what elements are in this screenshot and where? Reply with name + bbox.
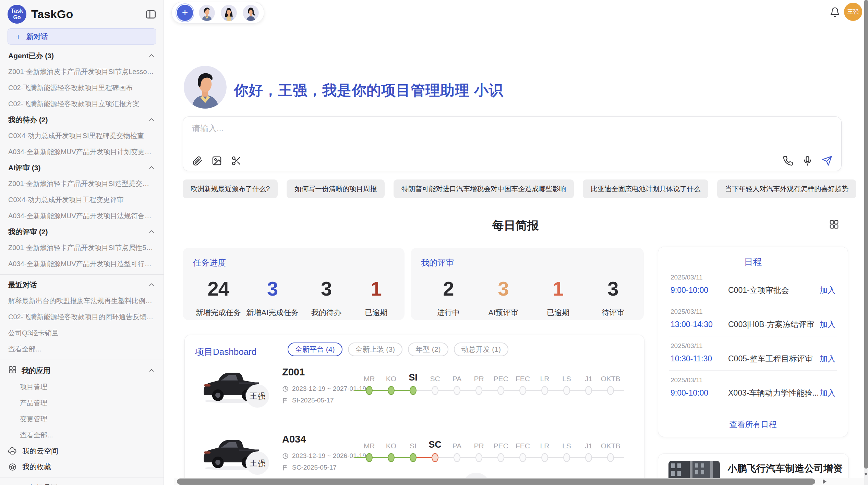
horizontal-scrollbar[interactable]	[174, 478, 868, 485]
suggestion-chip[interactable]: 当下年轻人对汽车外观有怎样的喜好趋势	[717, 179, 856, 198]
image-icon[interactable]	[212, 156, 222, 166]
chevron-up-icon[interactable]	[148, 367, 155, 374]
project-dates-text: 2023-12-19 ~ 2027-01-19	[292, 385, 366, 393]
briefing-card: 任务进度24新增完成任务3新增AI完成任务3我的待办1已逾期	[183, 248, 405, 320]
divider	[0, 360, 164, 360]
chevron-up-icon[interactable]	[148, 281, 155, 289]
session-avatar-1[interactable]	[199, 5, 215, 21]
scroll-right-arrow-icon[interactable]	[823, 479, 827, 484]
project-row[interactable]: 王强Z0012023-12-19 ~ 2027-01-19SI-2025-05-…	[185, 363, 644, 430]
schedule-time: 10:30-11:30	[671, 354, 728, 363]
milestone-dot-pending	[541, 386, 548, 395]
app-menu-item[interactable]: 变更管理	[0, 411, 164, 427]
milestone-dot-done	[366, 386, 373, 395]
stat-value: 3	[481, 277, 526, 300]
app-title: TaskGo	[31, 8, 145, 21]
sidebar-collapse-icon[interactable]	[145, 9, 157, 20]
schedule-event-title: C003|H0B-方案冻结评审	[728, 319, 820, 330]
milestone-label: PEC	[490, 442, 512, 450]
recent-chat-item[interactable]: 公司Q3轻卡销量	[0, 325, 164, 341]
sidebar-task-item[interactable]: C0X4-动力总成开发项目工程变更评审	[0, 192, 164, 208]
sidebar-item-cloud[interactable]: 我的云空间	[0, 443, 164, 459]
app-menu-item[interactable]: 产品管理	[0, 395, 164, 411]
dashboard-tab[interactable]: 动总开发 (1)	[454, 343, 509, 356]
dashboard-tab[interactable]: 全新上装 (3)	[348, 343, 403, 356]
stat-label: AI预评审	[481, 308, 526, 318]
sidebar-recent-header[interactable]: 最近对话	[0, 277, 164, 293]
recent-chat-item[interactable]: 解释最新出台的欧盟报废车法规再生塑料比例被调至15%...	[0, 293, 164, 309]
join-meeting-link[interactable]: 加入	[820, 388, 835, 398]
dashboard-tab[interactable]: 全新平台 (4)	[288, 343, 342, 356]
milestone-dot-pending	[563, 453, 570, 462]
suggestion-chip[interactable]: 欧洲新规最近颁布了什么?	[183, 179, 278, 198]
join-meeting-link[interactable]: 加入	[820, 319, 835, 330]
recent-chat-item[interactable]: 查看全部...	[0, 341, 164, 357]
sidebar-apps-header[interactable]: 我的应用	[0, 362, 164, 379]
sidebar-task-item[interactable]: C02-飞腾新能源轻客改款项目立项汇报方案	[0, 96, 164, 112]
sidebar-recent-title: 最近对话	[8, 280, 37, 290]
attachment-icon[interactable]	[192, 156, 203, 166]
sidebar-section-header[interactable]: Agent已办 (3)	[0, 48, 164, 64]
stat-columns: 24新增完成任务3新增AI完成任务3我的待办1已逾期	[193, 277, 401, 318]
send-icon[interactable]	[822, 156, 832, 166]
sidebar-section-header[interactable]: 我的评审 (2)	[0, 224, 164, 240]
milestone-dot-pending	[563, 386, 570, 395]
sidebar-header: Task Go TaskGo	[0, 0, 164, 26]
suggestion-chip[interactable]: 比亚迪全固态电池计划具体说了什么	[583, 179, 708, 198]
sidebar-task-item[interactable]: A034-全新新能源MUV产品开发项目造型可行性评审	[0, 256, 164, 272]
milestone-label: SC	[424, 439, 446, 450]
vertical-scrollbar[interactable]	[864, 0, 868, 485]
join-meeting-link[interactable]: 加入	[820, 353, 835, 364]
scroll-down-arrow-icon[interactable]	[864, 473, 868, 476]
new-chat-button[interactable]: ＋ 新对话	[8, 28, 156, 45]
session-avatar-2[interactable]	[221, 5, 237, 21]
recent-chat-item[interactable]: C02-飞腾新能源轻客改款项目的闭环通告反馈情况	[0, 309, 164, 325]
vertical-scrollbar-thumb[interactable]	[864, 0, 868, 469]
dashboard-tab[interactable]: 年型 (2)	[408, 343, 448, 356]
user-avatar[interactable]: 王强	[844, 3, 862, 21]
session-avatar-3[interactable]	[243, 5, 259, 21]
chevron-up-icon[interactable]	[148, 52, 155, 60]
view-all-schedule-link[interactable]: 查看所有日程	[658, 419, 848, 430]
sidebar-tools: AI超级员工帮我写作创意制图	[0, 480, 164, 485]
sidebar-section-header[interactable]: AI评审 (3)	[0, 160, 164, 176]
new-session-button[interactable]: +	[177, 5, 193, 21]
chevron-up-icon[interactable]	[148, 116, 155, 124]
scissors-icon[interactable]	[231, 156, 242, 166]
project-date-range: 2023-12-19 ~ 2026-01-19	[282, 452, 366, 460]
phone-icon[interactable]	[783, 156, 793, 166]
stat-value: 1	[354, 277, 398, 300]
sidebar-task-item[interactable]: C02-飞腾新能源轻客改款项目里程碑画布	[0, 80, 164, 96]
chevron-up-icon[interactable]	[148, 228, 155, 236]
stat-label: 新增完成任务	[196, 308, 241, 318]
app-menu-item[interactable]: 查看全部...	[0, 427, 164, 443]
star-icon	[8, 463, 17, 471]
sidebar-task-item[interactable]: A034-全新新能源MUV产品开发项目法规符合性评审	[0, 208, 164, 224]
sidebar-item-star[interactable]: 我的收藏	[0, 459, 164, 475]
stat-value: 24	[196, 277, 241, 300]
sidebar-task-item[interactable]: Z001-全新燃油轻卡产品开发项目SI节点属性5D文件评审	[0, 240, 164, 256]
bell-icon[interactable]	[830, 7, 840, 17]
suggestion-chip[interactable]: 特朗普可能对进口汽车增税会对中国车企造成哪些影响	[394, 179, 574, 198]
message-input[interactable]	[191, 122, 741, 150]
suggestion-chip[interactable]: 如何写一份清晰的项目周报	[287, 179, 385, 198]
sidebar-task-item[interactable]: C0X4-动力总成开发项目SI里程碑提交物检查	[0, 128, 164, 144]
chevron-up-icon[interactable]	[148, 164, 155, 172]
microphone-icon[interactable]	[802, 156, 813, 166]
app-menu-item[interactable]: 项目管理	[0, 379, 164, 395]
sidebar-task-item[interactable]: Z001-全新燃油轻卡产品开发项目SI造型提交物评审	[0, 176, 164, 192]
stat-item: 3我的待办	[304, 277, 349, 318]
sidebar-task-item[interactable]: Z001-全新燃油皮卡产品开发项目SI节点Lesson Learn报告	[0, 64, 164, 80]
horizontal-scrollbar-thumb[interactable]	[177, 478, 815, 485]
schedule-entry: 2025/03/119:00-10:00X003-车辆动力学性能验...加入	[669, 371, 837, 405]
sidebar-task-item[interactable]: A034-全新新能源MUV产品开发项目计划变更表编写	[0, 144, 164, 160]
stat-value: 3	[246, 277, 299, 300]
project-date-range: 2023-12-19 ~ 2027-01-19	[282, 385, 366, 393]
schedule-entry: 2025/03/1113:00-14:30C003|H0B-方案冻结评审加入	[669, 302, 837, 336]
layout-grid-icon[interactable]	[829, 219, 839, 229]
sidebar-section-header[interactable]: 我的待办 (2)	[0, 112, 164, 128]
sidebar-tool-users[interactable]: AI超级员工	[0, 480, 164, 485]
sidebar-section-title: Agent已办 (3)	[8, 51, 54, 61]
join-meeting-link[interactable]: 加入	[820, 285, 835, 296]
project-row[interactable]: 王强A0342023-12-19 ~ 2026-01-19SC-2025-05-…	[185, 430, 644, 485]
